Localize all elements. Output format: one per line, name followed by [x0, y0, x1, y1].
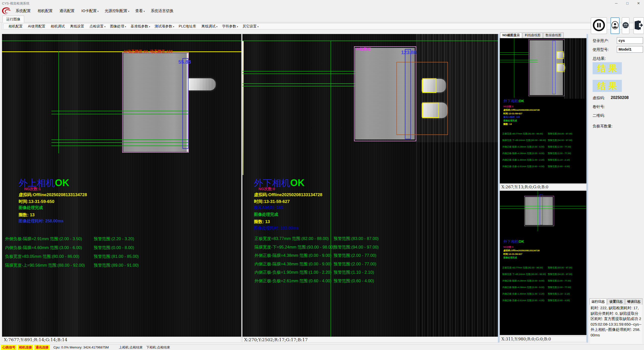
toolbar-item[interactable]: 字符参数▾ — [220, 24, 240, 29]
measurement-row: 外侧正极-隔膜=4.38mm 范围:(0.00 - 9.00) 预警范围:(2.… — [254, 251, 334, 260]
mini-measurement-warn: 预警范围:(83.00 - 87.00) — [548, 130, 572, 137]
maximize-button[interactable]: □ — [622, 0, 633, 7]
menu-item[interactable]: 通讯配置 — [56, 9, 78, 13]
toolbar-item[interactable]: 离线调试▾ — [199, 24, 220, 29]
preview-top-cursor-readout: X:267;Y:13;R:0;G:0;B:0 — [500, 184, 587, 190]
mini-measurement-value: 内侧正极-负极=1.90mm 范围:(1.00 - 2.20) — [502, 293, 544, 295]
mini-text-block: NG次数:0 虚拟码:Offline20250208133134728 时间:1… — [503, 105, 540, 126]
mini-measurement-row: 隔膜宽度-下=95.24mm 范围:(93.00 - 98.00) 预警范围:(… — [502, 271, 546, 277]
reference-line-horizontal — [2, 41, 241, 41]
toolbar-item[interactable]: 点检设置▾ — [87, 24, 108, 29]
measurement-warn-range: 预警范围:(2.00 - 77.00) — [334, 260, 376, 268]
mini-line — [500, 60, 538, 60]
toolbar-item[interactable]: 测试项参数▾ — [152, 24, 177, 29]
mini-measurement-row: 外侧正极-隔膜=4.38mm 范围:(0.00 - 9.00) 预警范围:(2.… — [502, 144, 546, 150]
measurement-value: 内侧负极-隔膜=4.60mm 范围:(3.00 - 6.00) — [5, 245, 82, 250]
mini-title: 外下相机OK — [503, 239, 524, 244]
mini-measurement-list: 正极宽度=83.77mm 范围:(82.00 - 88.00) 预警范围:(83… — [502, 264, 546, 304]
menu-item[interactable]: 光源控制配置▾ — [102, 9, 132, 13]
mini-measurement-warn: 预警范围:(0.60 - 4.00) — [548, 297, 570, 304]
upper-camera-view[interactable]: AI动态阈值:93, 动态阈值:100 55.88 外上相机OK NG次数:1 … — [2, 34, 241, 337]
virtual-code-value: 20250208 — [611, 95, 629, 100]
model-field[interactable]: Model1 — [617, 46, 643, 53]
mini-line-text: NG次数:0 — [503, 245, 540, 249]
menu-item[interactable]: 相机配置 — [35, 9, 56, 13]
chevron-down-icon: ▾ — [104, 25, 106, 28]
toolbar-item-label: 字符参数 — [222, 24, 236, 28]
ng-preview-bottom[interactable]: 外下相机OK NG次数:0 虚拟码:Offline202502081331347… — [500, 191, 587, 335]
measurement-value: 隔膜宽度-上=90.56mm 范围:(88.00 - 92.00) — [5, 263, 85, 267]
toolbar-item[interactable]: 相机调试 — [48, 24, 68, 29]
tab-ng-screenshot[interactable]: NG截图显示 — [500, 32, 522, 38]
tab-material-curve[interactable]: 料线曲线图 — [523, 32, 543, 38]
toolbar-item-label: 其它设置 — [243, 24, 257, 28]
status-badge: 相机连接 — [18, 345, 33, 350]
minimize-button[interactable]: ─ — [611, 0, 622, 7]
toolbar-item-label: 图像处理 — [110, 24, 124, 28]
mini-camera-name: 外下相机 — [503, 239, 519, 243]
login-user-field[interactable]: cys — [617, 37, 643, 44]
toolbar-item[interactable]: 离线设置 — [68, 24, 87, 29]
process-done-line: 图像处理完成 — [254, 212, 278, 217]
toolbar-item[interactable]: 图像处理▾ — [108, 24, 128, 29]
toolbar-items: 相机配置 AI使用配置 相机调试 离线设置 点检设置▾ 图像处理▾ 基准线参数▾… — [6, 24, 261, 29]
mini-frame-yellow — [557, 63, 565, 72]
close-button[interactable]: ✕ — [633, 0, 644, 7]
menu-item[interactable]: 系统配置 — [13, 9, 35, 13]
measurement-value: 内侧正极-负极=1.90mm 范围:(1.00 - 2.20) — [254, 270, 332, 274]
measurement-row: 外侧正极-负极=2.61mm 范围:(0.60 - 4.00) 预警范围:(0.… — [254, 277, 334, 285]
chevron-down-icon: ▾ — [144, 10, 145, 13]
mini-measurement-warn: 预警范围:(94.00 - 97.00) — [548, 271, 572, 277]
virtual-code-line: 虚拟码:Offline20250208133134728 — [254, 192, 322, 198]
tab-run-image[interactable]: 运行图像 — [3, 16, 24, 22]
measurement-row: 内侧正极-负极=1.90mm 范围:(1.00 - 2.20) 预警范围:(1.… — [254, 268, 334, 277]
ng-count: NG次数:1 — [24, 187, 41, 191]
toolbar-item[interactable]: AI使用配置 — [26, 24, 48, 29]
exit-button[interactable] — [633, 17, 644, 34]
toolbar-item[interactable]: 基准线参数▾ — [128, 24, 152, 29]
status-badge: 通讯连接 — [34, 345, 50, 350]
mini-measurement-row: 内侧正极-负极=1.90mm 范围:(1.00 - 2.20) 预警范围:(1.… — [502, 157, 546, 163]
mini-camera-status: OK — [519, 239, 524, 243]
tab-data-curve[interactable]: 数据曲线图 — [543, 32, 564, 38]
mini-measurement-row: 外侧正极-负极=2.61mm 范围:(0.60 - 4.00) 预警范围:(0.… — [502, 297, 546, 304]
menu-items: 系统配置 相机配置 通讯配置 IO卡配置▾ 光源控制配置▾ 查看▾ 系统语言切换 — [13, 7, 177, 15]
menu-item[interactable]: 查看▾ — [132, 9, 148, 13]
pause-button[interactable] — [591, 17, 607, 34]
mini-frame-yellow — [557, 51, 564, 59]
mini-line — [500, 54, 529, 55]
tab-run-log[interactable]: 运行日志 — [590, 298, 607, 305]
tab-error-log[interactable]: 错误日志 — [625, 298, 642, 305]
process-cost-line: 图像处理耗时: 183.00ms — [254, 226, 299, 231]
tab-config-log[interactable]: 设置日志 — [607, 298, 625, 305]
user-manage-button[interactable] — [622, 17, 629, 34]
toolbar-item[interactable]: PLC地址库 — [176, 24, 199, 29]
ng-preview-top[interactable]: 外下相机OK NG次数:0 虚拟码:Offline202502081331347… — [500, 38, 587, 184]
toolbar-item[interactable]: 其它设置▾ — [240, 24, 261, 29]
result-box-2: 结果 — [593, 80, 622, 92]
log-content[interactable]: 耗时: 222, 缺陷检测耗时: 17, 缺陷分类耗时: 0, 缺陷提取分区耗时… — [590, 305, 642, 344]
mini-measurement-value: 内侧正极-隔膜=4.38mm 范围:(0.00 - 9.00) — [502, 286, 544, 289]
lower-camera-view[interactable]: AI检测框 123.88 外下相机OK NG次数:0 虚拟码:Offline20… — [242, 34, 498, 337]
toolbar-item[interactable]: 相机配置 — [6, 24, 26, 29]
total-result-label: 总结果: — [593, 56, 606, 61]
process-done-line: 图像处理完成 — [19, 205, 43, 211]
measure-line — [51, 146, 189, 146]
measurement-value: 外侧正极-负极=2.61mm 范围:(0.60 - 4.00) — [254, 278, 332, 283]
mini-line-text: 图像处理完成 — [503, 119, 540, 122]
measurement-warn-range: 预警范围:(83.00 - 87.00) — [334, 234, 379, 243]
chevron-down-icon: ▾ — [237, 25, 238, 28]
status-badges: 心跳信号 相机连接 通讯连接 — [0, 345, 50, 350]
menu-item[interactable]: IO卡配置▾ — [78, 9, 102, 13]
measurement-list: 外侧负极-隔膜=2.91mm 范围:(2.00 - 3.50) 预警范围:(2.… — [5, 234, 85, 270]
measurement-warn-range: 预警范围:(2.00 - 77.00) — [334, 251, 376, 260]
measurement-value: 负极宽度=83.05mm 范围:(80.00 - 86.00) — [5, 254, 79, 259]
toolbar-grip[interactable] — [3, 24, 4, 28]
user-login-button[interactable] — [610, 17, 620, 34]
mini-camera-name: 外下相机 — [503, 99, 519, 103]
status-badge: 心跳信号 — [1, 345, 17, 350]
lower-camera-status: 下相机:点检结束 — [146, 345, 170, 350]
mini-line-text: 圈数: 13 — [503, 122, 540, 126]
measurement-row: 内侧负极-隔膜=4.60mm 范围:(3.00 - 6.00) 预警范围:(0.… — [5, 243, 85, 252]
menu-item[interactable]: 系统语言切换 — [148, 9, 177, 13]
